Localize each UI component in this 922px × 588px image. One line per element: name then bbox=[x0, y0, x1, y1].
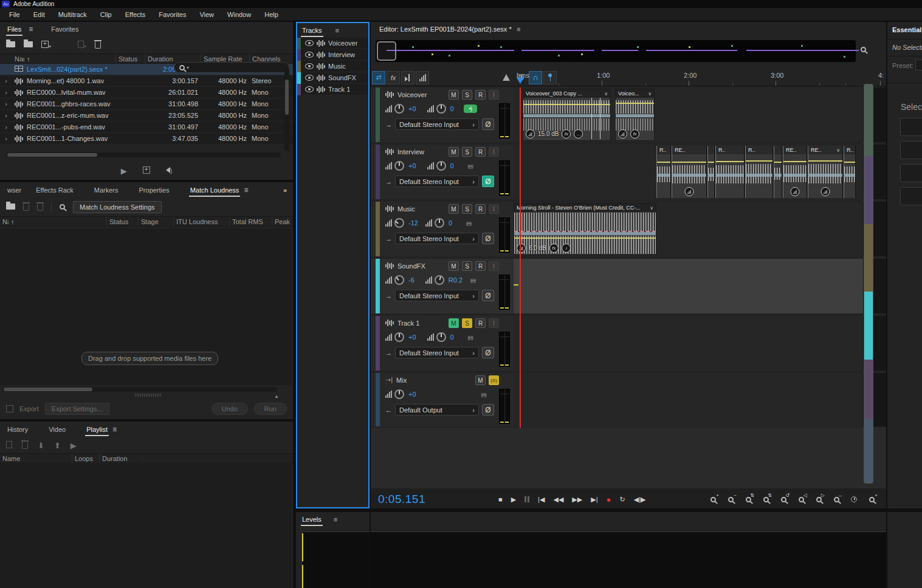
fx-toggle-icon[interactable]: fx bbox=[387, 71, 400, 84]
track-clip-lane[interactable] bbox=[514, 316, 863, 371]
clip-type-button-dialogue[interactable] bbox=[900, 118, 922, 136]
clip-comment-badge-icon[interactable]: … bbox=[574, 129, 583, 138]
move-tool-icon[interactable]: ⇄ bbox=[372, 71, 385, 84]
zoom-in-point-icon[interactable]: ◁ bbox=[795, 494, 807, 505]
pause-icon[interactable] bbox=[525, 496, 529, 502]
input-selector[interactable]: Default Stereo Input› bbox=[395, 118, 479, 130]
clip-gain-badge-icon[interactable] bbox=[517, 244, 526, 253]
col-stage[interactable]: Stage bbox=[138, 217, 173, 227]
new-playlist-icon[interactable] bbox=[6, 441, 12, 450]
editor-panel-menu-icon[interactable]: ≡ bbox=[517, 26, 520, 33]
input-selector[interactable]: Default Stereo Input› bbox=[395, 233, 479, 244]
files-hscrollbar[interactable] bbox=[6, 152, 281, 157]
skip-selection-icon[interactable]: ◀|▶ bbox=[634, 496, 646, 504]
pan-knob[interactable] bbox=[436, 104, 446, 114]
volume-knob[interactable] bbox=[394, 275, 404, 285]
clip-gain-badge-icon[interactable] bbox=[526, 129, 535, 138]
clip-fx-badge-icon[interactable]: fx bbox=[630, 129, 639, 138]
stop-icon[interactable]: ■ bbox=[498, 496, 503, 503]
playlist-panel-menu-icon[interactable]: ≡ bbox=[112, 425, 117, 434]
go-to-start-icon[interactable]: |◀ bbox=[538, 496, 545, 504]
expand-chevron-icon[interactable]: › bbox=[0, 89, 12, 96]
menu-file[interactable]: File bbox=[2, 8, 27, 21]
visibility-eye-icon[interactable] bbox=[305, 63, 314, 69]
session-overview-navigator[interactable] bbox=[376, 40, 856, 62]
time-display[interactable]: 0:05.151 bbox=[378, 493, 425, 506]
volume-knob[interactable] bbox=[394, 218, 404, 228]
audio-clip[interactable]: Voiceo...∨ fx bbox=[615, 89, 655, 141]
menu-edit[interactable]: Edit bbox=[27, 8, 52, 21]
undo-button[interactable]: Undo bbox=[212, 403, 248, 415]
record-arm-button[interactable]: R bbox=[475, 90, 486, 100]
clip-menu-chevron-icon[interactable]: ∨ bbox=[648, 91, 652, 97]
play-icon[interactable]: ▶ bbox=[511, 496, 516, 504]
volume-envelope[interactable] bbox=[514, 238, 656, 239]
clip-gain-badge-icon[interactable] bbox=[791, 187, 800, 196]
track-list-item-soundfx[interactable]: SoundFX bbox=[297, 72, 368, 84]
audio-clip[interactable]: R.. bbox=[745, 146, 773, 198]
levels-panel-menu-icon[interactable]: ≡ bbox=[334, 516, 337, 523]
clip-type-button-ambience[interactable] bbox=[900, 187, 922, 205]
track-clip-lane[interactable]: Voiceover_003 Copy ...∨ 15.0 dB fx … Voi… bbox=[514, 87, 863, 142]
solo-button[interactable]: S bbox=[462, 204, 472, 214]
col-itu-loudness[interactable]: ITU Loudness bbox=[173, 217, 229, 227]
record-arm-button[interactable]: R bbox=[475, 147, 486, 157]
output-selector[interactable]: Default Output› bbox=[395, 404, 479, 415]
track-header[interactable]: SoundFX M S R I -6 R0.2 ((•)) → Default … bbox=[371, 259, 514, 313]
track-list-item-music[interactable]: Music bbox=[297, 61, 368, 72]
expand-chevron-icon[interactable]: › bbox=[0, 112, 12, 119]
col-status[interactable]: Status bbox=[106, 217, 138, 227]
import-files-icon[interactable] bbox=[24, 41, 33, 49]
remove-file-icon[interactable] bbox=[23, 202, 29, 212]
timeline-ruler[interactable]: hms 1:00 2:00 3:00 4: bbox=[514, 69, 886, 86]
files-vscrollbar[interactable] bbox=[284, 69, 289, 151]
remove-all-icon[interactable] bbox=[37, 202, 43, 212]
export-settings-button[interactable]: Export Settings... bbox=[45, 403, 109, 415]
zoom-in-amplitude-icon[interactable]: ⇅ bbox=[742, 494, 754, 505]
pan-knob[interactable] bbox=[435, 218, 444, 228]
col-loops[interactable]: Loops bbox=[72, 454, 99, 463]
menu-effects[interactable]: Effects bbox=[119, 8, 152, 21]
match-loudness-settings-button[interactable]: Match Loudness Settings bbox=[73, 201, 162, 213]
file-row[interactable]: › REC0001...-pubs-end.wav 31:00.497 4800… bbox=[0, 121, 293, 133]
mute-button[interactable]: M bbox=[449, 90, 459, 100]
phase-toggle-button[interactable]: Ø bbox=[482, 176, 494, 187]
audio-clip[interactable]: Morning Stroll - Steven O'Brien (Must Cr… bbox=[514, 203, 656, 255]
loudness-hscrollbar[interactable] bbox=[2, 387, 277, 392]
volume-envelope[interactable] bbox=[523, 104, 610, 105]
track-clip-lane[interactable] bbox=[514, 259, 863, 313]
clip-menu-chevron-icon[interactable]: ∨ bbox=[604, 91, 608, 97]
visibility-eye-icon[interactable] bbox=[305, 86, 314, 92]
zoom-in-time-icon[interactable]: + bbox=[707, 494, 719, 505]
audio-clip[interactable]: RE..∨ bbox=[808, 146, 843, 198]
input-selector[interactable]: Default Stereo Input› bbox=[395, 290, 479, 301]
record-icon[interactable]: ● bbox=[607, 495, 611, 504]
auto-play-icon[interactable]: ) bbox=[166, 167, 173, 174]
volume-knob[interactable] bbox=[394, 389, 404, 399]
export-icon[interactable]: ▾ bbox=[78, 41, 86, 49]
tab-markers[interactable]: Markers bbox=[94, 186, 119, 194]
monitor-input-icon[interactable]: ((•)) bbox=[462, 220, 475, 226]
file-row[interactable]: › Morning...et) 48000 1.wav 3:00.157 480… bbox=[0, 75, 293, 87]
phase-toggle-button[interactable]: Ø bbox=[482, 404, 494, 415]
audio-clip[interactable]: Voiceover_003 Copy ...∨ 15.0 dB fx … bbox=[523, 89, 611, 141]
overview-zoom-handle[interactable] bbox=[377, 41, 396, 61]
input-monitor-button[interactable]: I bbox=[489, 318, 499, 328]
playhead-line[interactable] bbox=[520, 87, 521, 428]
col-name[interactable]: Name bbox=[12, 54, 24, 64]
clip-note-badge-icon[interactable]: ♪ bbox=[562, 244, 571, 253]
zoom-selection-icon[interactable]: ↔ bbox=[830, 494, 842, 505]
col-name[interactable]: Name bbox=[0, 454, 72, 463]
playlist-list[interactable] bbox=[0, 463, 292, 588]
visibility-eye-icon[interactable] bbox=[305, 52, 314, 58]
col-duration[interactable]: Duration bbox=[99, 454, 142, 463]
panel-resize-grip[interactable] bbox=[135, 394, 162, 397]
track-header[interactable]: ➝| Mix M (S) +0 ((•)) ← Default Output› … bbox=[371, 373, 514, 426]
file-row[interactable]: › REC0000...lvital-mum.wav 26:01.021 480… bbox=[0, 87, 293, 98]
open-file-icon[interactable] bbox=[6, 41, 15, 49]
pan-knob[interactable] bbox=[436, 332, 446, 342]
zoom-out-amplitude-icon[interactable]: ⇅ bbox=[760, 494, 772, 505]
col-total-rms[interactable]: Total RMS bbox=[229, 217, 272, 227]
clip-type-button-sfx[interactable] bbox=[900, 164, 922, 182]
search-input[interactable]: ▾ bbox=[174, 62, 289, 73]
